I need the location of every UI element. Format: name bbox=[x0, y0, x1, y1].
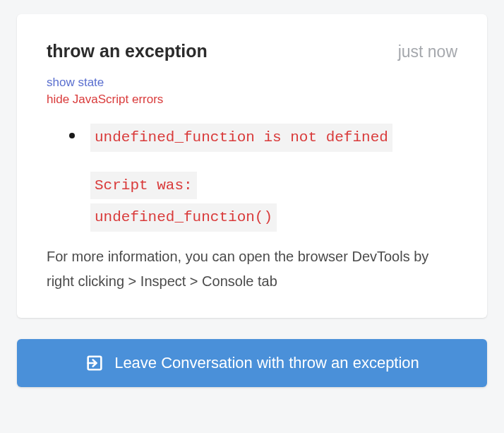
message-card: throw an exception just now show state h… bbox=[17, 14, 487, 318]
leave-conversation-button[interactable]: Leave Conversation with throw an excepti… bbox=[17, 339, 487, 387]
info-text: For more information, you can open the b… bbox=[47, 244, 457, 294]
action-links: show state hide JavaScript errors bbox=[47, 76, 457, 107]
exit-icon bbox=[85, 353, 104, 373]
timestamp: just now bbox=[398, 42, 457, 61]
bullet-icon bbox=[69, 133, 75, 138]
hide-js-errors-link[interactable]: hide JavaScript errors bbox=[47, 93, 457, 107]
script-block: Script was: undefined_function() bbox=[90, 172, 457, 236]
leave-button-label: Leave Conversation with throw an excepti… bbox=[114, 354, 419, 372]
error-item: undefined_function is not defined bbox=[69, 124, 457, 152]
script-label: Script was: bbox=[90, 172, 197, 200]
error-block: undefined_function is not defined Script… bbox=[69, 124, 457, 236]
script-body: undefined_function() bbox=[90, 203, 277, 232]
card-header: throw an exception just now bbox=[47, 41, 457, 61]
card-title: throw an exception bbox=[47, 41, 208, 61]
show-state-link[interactable]: show state bbox=[47, 76, 457, 90]
error-message: undefined_function is not defined bbox=[90, 124, 392, 152]
